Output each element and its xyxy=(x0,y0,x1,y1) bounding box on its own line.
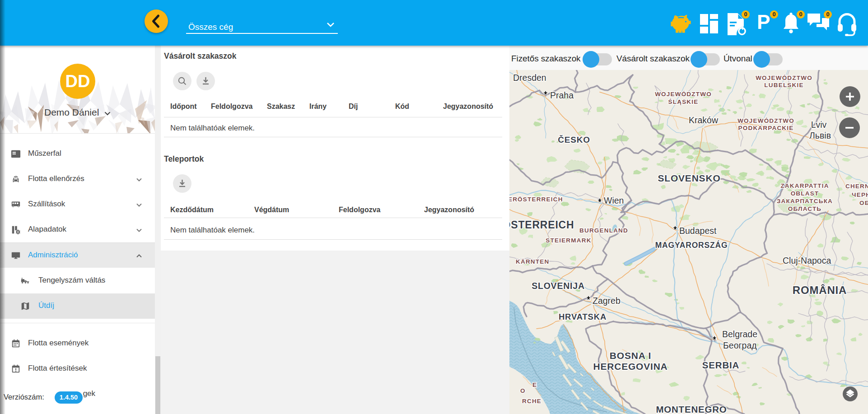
svg-text:WOJEWÓDZTWO: WOJEWÓDZTWO xyxy=(756,74,812,81)
svg-text:E: E xyxy=(532,381,537,388)
svg-text:SLOVENSKO: SLOVENSKO xyxy=(658,173,720,183)
svg-text:STEIERMARK: STEIERMARK xyxy=(546,237,591,244)
svg-text:ЧЕРН: ЧЕРН xyxy=(852,191,868,198)
svg-text:Kraków: Kraków xyxy=(689,115,719,125)
svg-text:ОБЛ: ОБЛ xyxy=(859,200,868,206)
svg-text:Praha: Praha xyxy=(550,90,574,100)
svg-text:MAGYARORSZÁG: MAGYARORSZÁG xyxy=(655,240,728,250)
svg-text:HRVATSKA: HRVATSKA xyxy=(559,312,607,321)
svg-text:ŚLĄSKIE: ŚLĄSKIE xyxy=(668,98,699,105)
svg-text:MONTENEGRO: MONTENEGRO xyxy=(656,404,727,414)
svg-text:WOJEWÓDZTWO: WOJEWÓDZTWO xyxy=(655,91,712,98)
svg-text:Dresden: Dresden xyxy=(513,73,546,83)
svg-text:Lviv: Lviv xyxy=(811,120,827,130)
svg-text:ČESKO: ČESKO xyxy=(558,135,590,144)
svg-text:CHERNI: CHERNI xyxy=(845,183,868,190)
svg-text:Belgrade: Belgrade xyxy=(722,329,757,339)
svg-text:SLOVENIJA: SLOVENIJA xyxy=(532,281,585,291)
svg-text:ROMÂNIA: ROMÂNIA xyxy=(793,284,847,296)
svg-text:WOJEWÓDZTWO: WOJEWÓDZTWO xyxy=(737,117,794,124)
svg-text:Београд: Београд xyxy=(723,340,757,350)
svg-text:OBLAST: OBLAST xyxy=(791,190,819,197)
svg-text:KÄRNTEN: KÄRNTEN xyxy=(516,258,549,265)
svg-text:ÖSTERREICH: ÖSTERREICH xyxy=(509,219,574,231)
svg-text:BERÖSTERREICH: BERÖSTERREICH xyxy=(509,196,563,203)
svg-text:LUBELSKIE: LUBELSKIE xyxy=(764,82,803,88)
svg-text:O: O xyxy=(520,387,526,394)
svg-text:ZAKARPATTIA: ZAKARPATTIA xyxy=(780,182,829,189)
svg-text:Zagreb: Zagreb xyxy=(593,296,621,306)
svg-text:BOSNA I: BOSNA I xyxy=(610,350,651,361)
svg-text:BURGENLAND: BURGENLAND xyxy=(579,227,628,234)
svg-text:HERCEGOVINA: HERCEGOVINA xyxy=(593,361,667,372)
svg-text:ЗАКАРПАТСЬКА: ЗАКАРПАТСЬКА xyxy=(777,198,833,205)
svg-text:Львів: Львів xyxy=(809,130,831,140)
svg-text:ОБЛАСТЬ: ОБЛАСТЬ xyxy=(788,205,822,212)
svg-text:PODKARPACKIE: PODKARPACKIE xyxy=(738,125,794,131)
svg-text:Wien: Wien xyxy=(604,195,624,205)
svg-text:Budapest: Budapest xyxy=(679,226,717,236)
svg-text:RCHE: RCHE xyxy=(522,398,541,405)
svg-text:SERBIA: SERBIA xyxy=(702,360,739,370)
svg-text:Cluj-Napoca: Cluj-Napoca xyxy=(783,256,831,265)
